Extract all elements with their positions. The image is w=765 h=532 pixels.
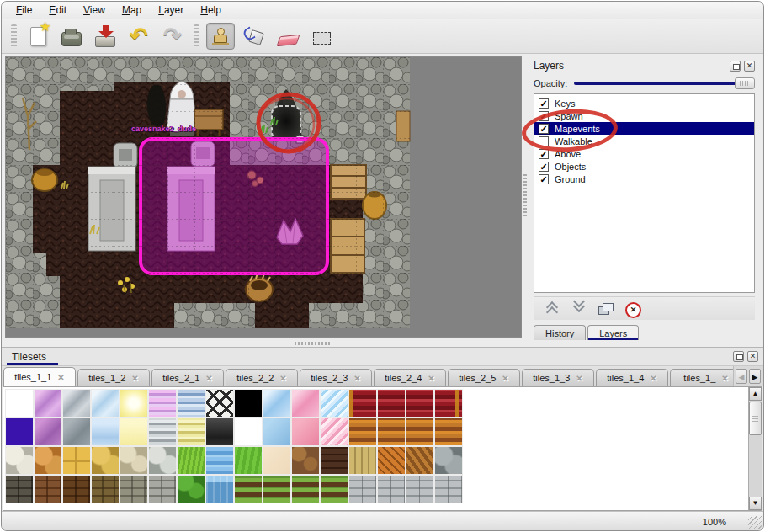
tile-grass-bright[interactable] [235, 447, 262, 474]
tile-brick-brown[interactable] [35, 476, 61, 503]
layer-checkbox[interactable]: ✓ [539, 111, 549, 121]
tileset-tab-tiles_1_1[interactable]: tiles_1_1✕ [3, 367, 76, 386]
delete-layer-button[interactable] [623, 301, 643, 317]
tile-sky-glass[interactable] [263, 390, 290, 417]
layer-checkbox[interactable]: ✓ [539, 174, 549, 184]
opacity-slider-handle[interactable] [735, 77, 755, 89]
layer-row-mapevents[interactable]: ✓Mapevents [534, 122, 754, 135]
menu-layer[interactable]: Layer [151, 3, 191, 18]
tile-sand[interactable] [263, 447, 290, 474]
tile-wood-stripes[interactable] [435, 418, 462, 445]
close-tab-icon[interactable]: ✕ [353, 374, 360, 383]
tileset-tab-tiles_1_2[interactable]: tiles_1_2✕ [77, 369, 150, 386]
menu-edit[interactable]: Edit [41, 3, 74, 18]
menu-map[interactable]: Map [114, 3, 149, 18]
tile-gold-tiles[interactable] [63, 447, 90, 474]
layer-checkbox[interactable]: ✓ [539, 162, 549, 172]
tile-orange-weave[interactable] [378, 447, 405, 474]
close-tab-icon[interactable]: ✕ [279, 374, 286, 383]
close-tilesets-icon[interactable]: ✕ [747, 351, 758, 362]
tile-violet-glass-dark[interactable] [35, 418, 61, 445]
layer-row-ground[interactable]: ✓Ground [534, 173, 754, 185]
layer-row-walkable[interactable]: Walkable [534, 135, 754, 147]
tile-hedge[interactable] [178, 476, 205, 503]
horizontal-splitter[interactable] [2, 340, 763, 347]
tile-water-wall[interactable] [206, 476, 233, 503]
scroll-down-icon[interactable]: ▼ [749, 497, 762, 510]
tileset-tab-tiles_2_4[interactable]: tiles_2_4✕ [374, 369, 446, 386]
tile-stone-gray[interactable] [120, 476, 147, 503]
layer-checkbox[interactable]: ✓ [539, 98, 549, 109]
tile-beige-pebbles[interactable] [120, 447, 147, 474]
layer-checkbox[interactable]: ✓ [539, 124, 549, 134]
tileset-tab-tiles_2_3[interactable]: tiles_2_3✕ [300, 369, 372, 386]
tile-cyan-stripes[interactable] [321, 390, 348, 417]
save-file-button[interactable] [91, 23, 120, 50]
open-file-button[interactable] [57, 23, 86, 50]
tileset-tab-tiles_2_1[interactable]: tiles_2_1✕ [151, 369, 224, 386]
tile-crops[interactable] [292, 476, 319, 503]
menu-help[interactable]: Help [193, 3, 229, 18]
tile-lattice[interactable] [206, 390, 233, 417]
tile-white[interactable] [6, 390, 33, 417]
tile-gray-pebbles[interactable] [149, 447, 176, 474]
map-canvas[interactable]: cavesnake2_dude [5, 56, 522, 338]
duplicate-layer-button[interactable] [596, 301, 616, 317]
tile-wood-stripes[interactable] [349, 418, 376, 445]
tile-light-glow[interactable] [120, 390, 147, 417]
tileset-tab-tiles_1_4[interactable]: tiles_1_4✕ [596, 369, 668, 386]
fill-tool-button[interactable] [240, 23, 268, 50]
tile-sky-tile[interactable] [263, 418, 290, 445]
tile-brick-gray[interactable] [149, 476, 176, 503]
menu-file[interactable]: File [8, 3, 40, 18]
rect-select-tool-button[interactable] [307, 23, 336, 50]
tileset-tab-tiles_2_5[interactable]: tiles_2_5✕ [448, 369, 520, 386]
tile-water-light[interactable] [92, 418, 119, 445]
tile-yellow-stone[interactable] [92, 447, 119, 474]
tile-crops[interactable] [321, 476, 348, 503]
layer-row-keys[interactable]: ✓Keys [534, 97, 754, 109]
layer-checkbox[interactable] [539, 136, 549, 146]
tab-history[interactable]: History [534, 325, 586, 340]
tile-brown-floor[interactable] [292, 447, 319, 474]
scroll-tabs-left-icon[interactable]: ◀ [736, 369, 747, 384]
tile-indigo[interactable] [6, 418, 33, 445]
tile-wood-stripes[interactable] [406, 418, 433, 445]
layer-checkbox[interactable]: ✓ [539, 149, 549, 159]
tile-gray-stones[interactable] [435, 447, 462, 474]
tileset-tab-tiles_1_3[interactable]: tiles_1_3✕ [522, 369, 594, 386]
undo-button[interactable] [125, 23, 153, 50]
tile-gray-glass[interactable] [63, 390, 90, 417]
tile-brick-light[interactable] [435, 476, 462, 503]
float-panel-icon[interactable] [730, 61, 741, 72]
tilesets-title-tab[interactable]: Tilesets [7, 349, 58, 365]
tile-brick-light[interactable] [349, 476, 376, 503]
vertical-splitter[interactable] [522, 56, 529, 340]
tile-brick-light[interactable] [406, 476, 433, 503]
tile-dark-sign[interactable] [206, 418, 233, 445]
tile-white[interactable] [235, 418, 262, 445]
layer-row-spawn[interactable]: ✓Spawn [534, 109, 754, 122]
tab-layers[interactable]: Layers [587, 325, 639, 340]
tile-red-curtain-right[interactable] [435, 390, 462, 417]
tile-gray-stripes[interactable] [149, 418, 176, 445]
tile-stone-brown[interactable] [92, 476, 119, 503]
new-file-button[interactable] [24, 23, 52, 50]
tile-slate-glass[interactable] [63, 418, 90, 445]
tile-rose-tile[interactable] [292, 418, 319, 445]
tile-white-cobble[interactable] [6, 447, 33, 474]
close-tab-icon[interactable]: ✕ [721, 374, 728, 383]
tile-planks[interactable] [349, 447, 376, 474]
tile-rose-glass[interactable] [292, 390, 319, 417]
tile-crops[interactable] [263, 476, 290, 503]
tile-blue-stripes[interactable] [178, 390, 205, 417]
tileset-tab-tiles_2_2[interactable]: tiles_2_2✕ [226, 369, 298, 386]
close-tab-icon[interactable]: ✕ [205, 374, 212, 383]
redo-button[interactable] [158, 23, 187, 50]
menu-view[interactable]: View [76, 3, 113, 18]
layer-row-objects[interactable]: ✓Objects [534, 160, 754, 173]
tile-violet-glass[interactable] [35, 390, 61, 417]
opacity-slider[interactable] [574, 77, 755, 89]
move-layer-down-button[interactable] [569, 301, 589, 317]
tile-dark-wall[interactable] [6, 476, 33, 503]
